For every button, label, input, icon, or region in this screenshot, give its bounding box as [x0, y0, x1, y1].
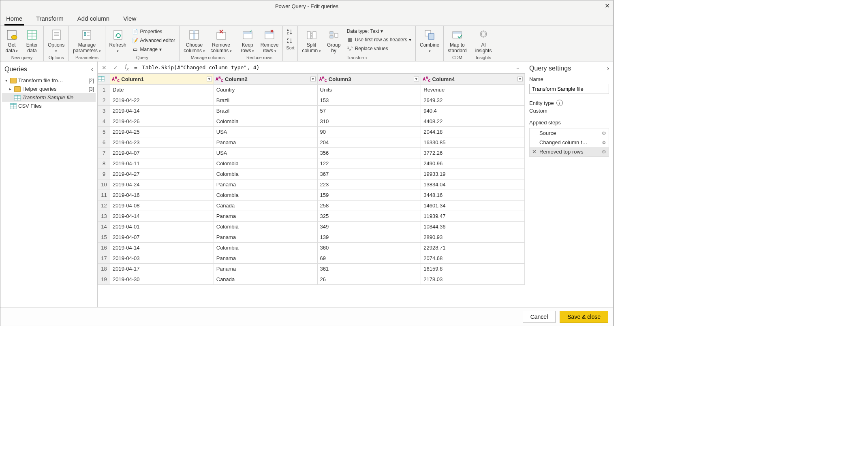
cell[interactable]: 2019-04-14	[110, 106, 214, 116]
tree-twisty[interactable]: ▸	[8, 87, 13, 91]
cell[interactable]: 4408.22	[421, 116, 525, 127]
cell[interactable]: Canada	[214, 274, 317, 285]
cell[interactable]: Panama	[214, 232, 317, 243]
cell[interactable]: 2649.32	[421, 95, 525, 106]
cell[interactable]: 940.4	[421, 106, 525, 116]
cell[interactable]: 2178.03	[421, 274, 525, 285]
cell[interactable]: 2044.18	[421, 127, 525, 137]
cell[interactable]: 2019-04-07	[110, 232, 214, 243]
manage-parameters-button[interactable]: Manageparameters ▾	[71, 28, 102, 54]
cell[interactable]: 2019-04-24	[110, 179, 214, 190]
cell[interactable]: 122	[317, 158, 421, 169]
table-row[interactable]: 72019-04-07USA3563772.26	[98, 148, 525, 158]
gear-icon[interactable]: ⚙	[602, 140, 606, 145]
cell[interactable]: 2019-04-30	[110, 274, 214, 285]
cell[interactable]: 139	[317, 232, 421, 243]
tab-view[interactable]: View	[122, 13, 138, 26]
cell[interactable]: Colombia	[214, 243, 317, 253]
table-row[interactable]: 62019-04-23Panama20416330.85	[98, 137, 525, 148]
ai-insights-button[interactable]: AIinsights	[474, 28, 494, 54]
cell[interactable]: 2019-04-23	[110, 137, 214, 148]
collapse-settings-icon[interactable]: ›	[607, 65, 609, 72]
applied-step[interactable]: Source⚙	[530, 128, 609, 138]
cell[interactable]: Panama	[214, 211, 317, 222]
table-row[interactable]: 182019-04-17Panama36116159.8	[98, 264, 525, 274]
cell[interactable]: 2490.96	[421, 158, 525, 169]
cell[interactable]: 90	[317, 127, 421, 137]
cell[interactable]: 19933.19	[421, 169, 525, 179]
cell[interactable]: 2019-04-26	[110, 116, 214, 127]
cell[interactable]: Revenue	[421, 85, 525, 95]
cell[interactable]: 204	[317, 137, 421, 148]
table-row[interactable]: 92019-04-27Colombia36719933.19	[98, 169, 525, 179]
manage-button[interactable]: 🗂Manage ▾	[130, 45, 177, 53]
column-header[interactable]: ABCColumn2▾	[214, 74, 317, 85]
queries-folder[interactable]: ▾Transform file fro…[2]	[2, 76, 96, 85]
cell[interactable]: 153	[317, 95, 421, 106]
cell[interactable]: 360	[317, 243, 421, 253]
tab-add-column[interactable]: Add column	[76, 13, 111, 26]
data-type-button[interactable]: Data type: Text ▾	[345, 28, 413, 35]
choose-columns-button[interactable]: Choosecolumns ▾	[182, 28, 206, 54]
cell[interactable]: 310	[317, 116, 421, 127]
cell[interactable]: 367	[317, 169, 421, 179]
cell[interactable]: Country	[214, 85, 317, 95]
cell[interactable]: 11939.47	[421, 211, 525, 222]
cell[interactable]: 2019-04-17	[110, 264, 214, 274]
cell[interactable]: Panama	[214, 179, 317, 190]
refresh-button[interactable]: Refresh▾	[108, 28, 128, 54]
cell[interactable]: Colombia	[214, 158, 317, 169]
query-name-input[interactable]	[529, 84, 609, 94]
cell[interactable]: USA	[214, 148, 317, 158]
table-row[interactable]: 132019-04-14Panama32511939.47	[98, 211, 525, 222]
cell[interactable]: 2019-04-14	[110, 211, 214, 222]
column-filter-icon[interactable]: ▾	[310, 77, 316, 81]
group-by-button[interactable]: Groupby	[325, 28, 343, 54]
gear-icon[interactable]: ⚙	[602, 149, 606, 155]
cell[interactable]: 26	[317, 274, 421, 285]
queries-item[interactable]: Transform Sample file	[2, 93, 96, 102]
cell[interactable]: Brazil	[214, 106, 317, 116]
cell[interactable]: Date	[110, 85, 214, 95]
table-row[interactable]: 162019-04-14Colombia36022928.71	[98, 243, 525, 253]
cell[interactable]: 361	[317, 264, 421, 274]
tree-twisty[interactable]: ▾	[4, 78, 9, 83]
cell[interactable]: 2019-04-01	[110, 222, 214, 232]
map-to-standard-button[interactable]: Map tostandard	[446, 28, 468, 54]
table-row[interactable]: 102019-04-24Panama22313834.04	[98, 179, 525, 190]
column-header[interactable]: ABCColumn3▾	[317, 74, 421, 85]
save-close-button[interactable]: Save & close	[560, 311, 608, 323]
cell[interactable]: 2019-04-07	[110, 148, 214, 158]
cell[interactable]: 3772.26	[421, 148, 525, 158]
cell[interactable]: 3448.16	[421, 190, 525, 201]
cell[interactable]: 10844.36	[421, 222, 525, 232]
table-row[interactable]: 142019-04-01Colombia34910844.36	[98, 222, 525, 232]
cell[interactable]: 16330.85	[421, 137, 525, 148]
use-first-row-headers-button[interactable]: ▦Use first row as headers ▾	[345, 36, 413, 44]
column-header[interactable]: ABCColumn4▾	[421, 74, 525, 85]
applied-step[interactable]: Changed column t…⚙	[530, 138, 609, 147]
properties-button[interactable]: 📄Properties	[130, 28, 177, 36]
cell[interactable]: 2074.68	[421, 253, 525, 264]
formula-input[interactable]	[141, 64, 510, 71]
keep-rows-button[interactable]: ✓ Keeprows ▾	[239, 28, 257, 54]
cell[interactable]: Panama	[214, 137, 317, 148]
column-filter-icon[interactable]: ▾	[207, 77, 212, 81]
info-icon[interactable]: i	[556, 100, 563, 106]
table-row[interactable]: 42019-04-26Colombia3104408.22	[98, 116, 525, 127]
cancel-button[interactable]: Cancel	[523, 311, 556, 323]
table-row[interactable]: 32019-04-14Brazil57940.4	[98, 106, 525, 116]
cell[interactable]: 13834.04	[421, 179, 525, 190]
cell[interactable]: Brazil	[214, 95, 317, 106]
tab-home[interactable]: Home	[4, 13, 24, 26]
column-header[interactable]: ABCColumn1▾	[110, 74, 214, 85]
cell[interactable]: 2890.93	[421, 232, 525, 243]
cell[interactable]: 349	[317, 222, 421, 232]
cell[interactable]: USA	[214, 127, 317, 137]
table-row[interactable]: 112019-04-16Colombia1593448.16	[98, 190, 525, 201]
options-button[interactable]: Options▾	[46, 28, 66, 54]
cell[interactable]: 325	[317, 211, 421, 222]
formula-cancel-icon[interactable]: ✕	[100, 64, 108, 71]
sort-desc-button[interactable]: ZA	[285, 36, 295, 45]
formula-expand-icon[interactable]: ⌄	[513, 64, 522, 70]
